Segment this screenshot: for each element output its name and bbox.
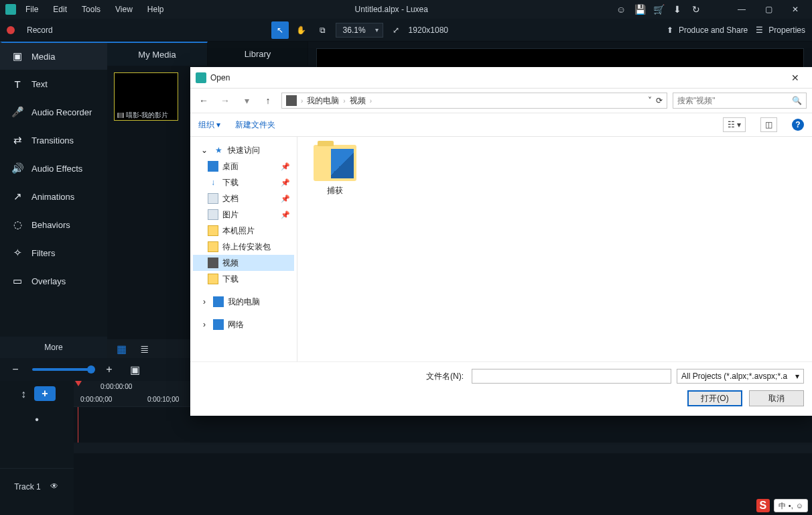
new-folder-button[interactable]: 新建文件夹: [235, 119, 275, 131]
visibility-icon[interactable]: 👁: [49, 481, 60, 492]
sidebar-item-transitions[interactable]: ⇄Transitions: [0, 126, 107, 154]
pointer-tool[interactable]: ↖: [271, 21, 289, 39]
properties-button[interactable]: ☰ Properties: [756, 25, 805, 35]
luxea-app: File Edit Tools View Help Untitled.alpx …: [0, 0, 812, 515]
folder-name: 捕获: [310, 185, 360, 196]
tree-localphotos[interactable]: 本机照片: [193, 223, 294, 239]
sidebar-item-animations[interactable]: ↗Animations: [0, 182, 107, 211]
open-file-dialog: Open ✕ ← → ▾ ↑ › 我的电脑 › 视频 › ˅ ⟳ 搜索"视频": [190, 67, 812, 416]
download-icon[interactable]: ⬇: [670, 4, 685, 15]
nav-forward-button[interactable]: →: [217, 93, 233, 109]
menu-file[interactable]: File: [20, 3, 44, 16]
view-mode-button[interactable]: ☷ ▾: [723, 117, 746, 132]
cart-icon[interactable]: 🛒: [651, 4, 666, 15]
tree-quick-access[interactable]: ⌄★快速访问: [193, 142, 294, 158]
preview-pane-button[interactable]: ◫: [760, 117, 777, 132]
breadcrumb-item[interactable]: 我的电脑: [307, 95, 339, 107]
organize-menu[interactable]: 组织 ▾: [198, 119, 220, 131]
tab-library[interactable]: Library: [208, 42, 308, 66]
view-list-icon[interactable]: ≣: [135, 340, 153, 357]
sidebar-item-filters[interactable]: ✧Filters: [0, 239, 107, 267]
sync-icon[interactable]: ↻: [689, 4, 703, 15]
menu-edit[interactable]: Edit: [48, 3, 72, 16]
dialog-close-button[interactable]: ✕: [784, 70, 807, 86]
produce-button[interactable]: ⬆ Produce and Share: [667, 25, 748, 35]
filename-label: 文件名(N):: [198, 371, 466, 382]
media-clip-thumb[interactable]: 喵影-我的影片: [114, 72, 178, 121]
dialog-body: ⌄★快速访问 桌面📌 ↓下载📌 文档📌 图片📌 本机照片 待上传安装包 视频 下…: [190, 137, 812, 361]
zoom-in-icon[interactable]: +: [100, 361, 118, 378]
sogou-ime-icon[interactable]: [756, 499, 770, 512]
marker-icon[interactable]: •: [31, 414, 42, 424]
file-list-pane[interactable]: 捕获: [297, 137, 812, 361]
zoom-select[interactable]: 36.1%: [336, 23, 383, 38]
tree-label: 本机照片: [222, 225, 255, 237]
behavior-icon: ◌: [11, 219, 23, 231]
account-icon[interactable]: ☺: [614, 4, 628, 15]
tree-documents[interactable]: 文档📌: [193, 190, 294, 207]
menu-tools[interactable]: Tools: [76, 3, 106, 16]
search-box[interactable]: 搜索"视频" 🔍: [673, 93, 807, 109]
sidebar-item-overlays[interactable]: ▭Overlays: [0, 267, 107, 295]
sidebar-item-media[interactable]: ▣Media: [0, 42, 107, 70]
cancel-button[interactable]: 取消: [749, 390, 804, 406]
record-indicator-icon: [7, 26, 15, 34]
track-header-controls: ↕ +: [0, 381, 74, 406]
window-maximize[interactable]: ▢: [757, 2, 780, 17]
tree-label: 桌面: [222, 161, 239, 172]
window-close[interactable]: ✕: [784, 2, 807, 17]
playhead-icon[interactable]: [75, 381, 82, 386]
tree-desktop[interactable]: 桌面📌: [193, 158, 294, 174]
tree-network[interactable]: ›网络: [193, 317, 294, 333]
track-1-header[interactable]: Track 1 👁: [0, 468, 74, 504]
address-dropdown[interactable]: ˅: [648, 96, 652, 105]
tree-thispc[interactable]: ›我的电脑: [193, 294, 294, 310]
playhead-timecode: 0:00:00:00: [100, 383, 132, 390]
nav-back-button[interactable]: ←: [196, 93, 212, 109]
sidebar-item-audiorec[interactable]: 🎤Audio Recorder: [0, 98, 107, 126]
folder-icon: [208, 241, 218, 252]
sidebar-item-audiofx[interactable]: 🔊Audio Effects: [0, 154, 107, 182]
ime-status[interactable]: 中 •, ☺: [774, 499, 808, 512]
menu-view[interactable]: View: [110, 3, 138, 16]
folder-icon: [208, 225, 218, 236]
help-button[interactable]: ?: [792, 119, 804, 131]
track-marker-controls: •: [0, 406, 74, 432]
tree-videos[interactable]: 视频: [193, 255, 294, 271]
nav-recent-button[interactable]: ▾: [239, 93, 255, 109]
filename-input[interactable]: [472, 369, 671, 384]
tree-downloads2[interactable]: 下载: [193, 271, 294, 287]
view-grid-icon[interactable]: ▦: [113, 340, 130, 357]
file-type-filter[interactable]: All Projects (*.alpx;*.avspx;*.a▾: [677, 369, 804, 384]
timeline-scrollbar[interactable]: [74, 443, 812, 453]
timeline-zoom-slider[interactable]: [32, 368, 92, 371]
sidebar-item-label: Audio Effects: [31, 164, 82, 174]
sidebar-item-behaviors[interactable]: ◌Behaviors: [0, 211, 107, 239]
window-minimize[interactable]: —: [730, 2, 753, 17]
hand-tool[interactable]: ✋: [293, 21, 310, 39]
breadcrumb-item[interactable]: 视频: [350, 95, 366, 107]
fit-timeline-icon[interactable]: ▣: [126, 361, 143, 378]
tree-downloads[interactable]: ↓下载📌: [193, 174, 294, 190]
record-button[interactable]: Record: [27, 25, 53, 35]
pin-icon: 📌: [281, 194, 290, 203]
folder-item[interactable]: 捕获: [310, 145, 360, 196]
zoom-out-icon[interactable]: −: [7, 361, 24, 378]
add-track-button[interactable]: +: [34, 386, 56, 401]
nav-up-button[interactable]: ↑: [260, 93, 276, 109]
tree-pictures[interactable]: 图片📌: [193, 207, 294, 223]
sidebar-item-text[interactable]: TText: [0, 70, 107, 98]
crop-tool[interactable]: ⧉: [314, 21, 332, 39]
sidebar-more[interactable]: More: [0, 337, 107, 358]
open-button[interactable]: 打开(O): [687, 390, 742, 406]
tree-label: 网络: [228, 319, 244, 331]
canvas-size-icon[interactable]: ⤢: [387, 21, 405, 39]
tree-pending[interactable]: 待上传安装包: [193, 239, 294, 255]
sidebar-item-label: Media: [31, 52, 55, 62]
refresh-button[interactable]: ⟳: [656, 96, 663, 105]
save-icon[interactable]: 💾: [632, 4, 647, 15]
address-bar[interactable]: › 我的电脑 › 视频 › ˅ ⟳: [281, 93, 667, 109]
tab-my-media[interactable]: My Media: [107, 42, 208, 66]
snap-icon[interactable]: ↕: [18, 388, 29, 399]
menu-help[interactable]: Help: [142, 3, 170, 16]
